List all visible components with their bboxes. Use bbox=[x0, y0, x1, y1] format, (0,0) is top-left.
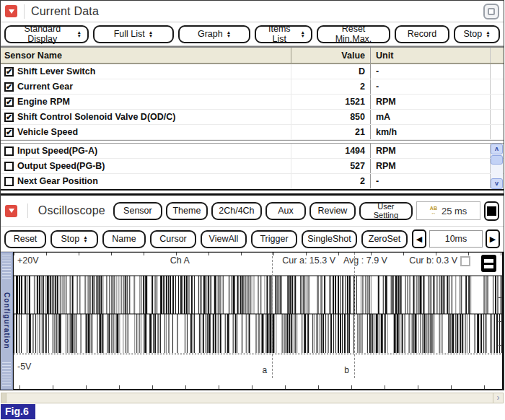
scope-checkbox[interactable] bbox=[460, 256, 470, 266]
singleshot-button[interactable]: SingleShot bbox=[302, 230, 357, 248]
current-data-toolbar: Standard Display▲▼ Full List▲▼ Graph▲▼ I… bbox=[1, 22, 504, 46]
table-row[interactable]: Output Speed(PG-B) 527 RPM bbox=[1, 159, 504, 174]
button-label: ViewAll bbox=[209, 234, 239, 244]
scroll-right-arrow[interactable]: › bbox=[493, 393, 503, 403]
scroll-col bbox=[490, 125, 504, 139]
scroll-down-button[interactable]: ᴠ bbox=[491, 178, 503, 189]
table-row[interactable]: ✔Vehicle Speed 21 km/h bbox=[1, 125, 504, 140]
user-setting-button[interactable]: User Setting bbox=[359, 202, 413, 220]
aux-button[interactable]: Aux bbox=[265, 202, 306, 220]
left-triangle-icon: ◀ bbox=[416, 235, 422, 244]
table-header: Sensor Name Value Unit bbox=[1, 48, 504, 64]
scrollbar-left-cap[interactable] bbox=[1, 393, 6, 403]
header-sensor-name: Sensor Name bbox=[1, 48, 291, 63]
row-checkbox[interactable] bbox=[4, 162, 14, 171]
row-checkbox[interactable]: ✔ bbox=[4, 97, 14, 107]
row-checkbox[interactable]: ✔ bbox=[4, 82, 14, 92]
header-unit: Unit bbox=[370, 48, 490, 63]
button-label: Cursor bbox=[159, 234, 187, 244]
cursor-b-label: b bbox=[344, 365, 349, 375]
restore-window-button[interactable] bbox=[483, 4, 499, 19]
scope-stop-button[interactable]: Stop▲▼ bbox=[50, 230, 98, 248]
cursor-b-readout: Cur b: 0.3 V bbox=[409, 255, 457, 266]
sensor-name-cell: ✔Shift Lever Switch bbox=[1, 64, 291, 79]
row-checkbox[interactable]: ✔ bbox=[4, 113, 14, 122]
row-checkbox[interactable] bbox=[4, 177, 14, 186]
reset-button[interactable]: Reset bbox=[4, 230, 46, 248]
row-checkbox[interactable]: ✔ bbox=[4, 67, 14, 76]
spinner-icon: ▲▼ bbox=[301, 30, 305, 38]
timebase-control: ◀ 10ms ▶ bbox=[412, 229, 500, 248]
cursor-a-line[interactable] bbox=[272, 253, 273, 378]
horizontal-scrollbar[interactable]: › bbox=[1, 393, 504, 403]
button-label: Full List bbox=[114, 29, 145, 39]
sensor-unit: RPM bbox=[370, 159, 490, 173]
review-button[interactable]: Review bbox=[309, 202, 356, 220]
viewall-button[interactable]: ViewAll bbox=[201, 230, 247, 248]
sensor-unit: RPM bbox=[370, 95, 490, 109]
table-vertical-scrollbar[interactable]: ᴧ ᴠ bbox=[491, 144, 503, 189]
panel-dropdown-icon[interactable] bbox=[5, 205, 17, 217]
cursor-button[interactable]: Cursor bbox=[150, 230, 196, 248]
zeroset-button[interactable]: ZeroSet bbox=[361, 230, 408, 248]
panel-dropdown-icon[interactable] bbox=[5, 5, 17, 17]
button-label: Sensor bbox=[123, 206, 152, 216]
sensor-name: Current Gear bbox=[17, 82, 73, 92]
table-row[interactable]: Next Gear Position 2 - bbox=[1, 174, 504, 189]
button-label: Items List bbox=[262, 24, 297, 44]
sensor-unit: RPM bbox=[370, 144, 490, 158]
current-data-titlebar: Current Data bbox=[1, 1, 504, 22]
split-view-icon[interactable] bbox=[481, 255, 496, 272]
row-checkbox[interactable]: ✔ bbox=[4, 128, 14, 137]
button-label: Graph bbox=[198, 29, 223, 39]
down-triangle-icon bbox=[9, 9, 14, 14]
channel-label: Ch A bbox=[170, 255, 190, 266]
trigger-button[interactable]: Trigger bbox=[251, 230, 297, 248]
standard-display-button[interactable]: Standard Display▲▼ bbox=[4, 25, 89, 43]
figure-label: Fig.6 bbox=[1, 404, 35, 419]
sensor-button[interactable]: Sensor bbox=[113, 202, 162, 220]
full-list-button[interactable]: Full List▲▼ bbox=[93, 25, 174, 43]
cursor-b-line[interactable] bbox=[354, 253, 355, 378]
spinner-icon: ▲▼ bbox=[486, 30, 490, 38]
right-ticks bbox=[499, 297, 502, 355]
button-label: Stop bbox=[61, 234, 79, 244]
sensor-unit: - bbox=[370, 174, 490, 188]
sensor-name-cell: ✔Shift Control Solenoid Valve D(OD/C) bbox=[1, 110, 291, 124]
table-row[interactable]: ✔Shift Control Solenoid Valve D(OD/C) 85… bbox=[1, 110, 504, 125]
configuration-label: Configuration bbox=[3, 292, 11, 349]
scroll-thumb[interactable] bbox=[491, 155, 503, 165]
scroll-track[interactable] bbox=[491, 165, 503, 178]
sensor-name: Output Speed(PG-B) bbox=[17, 161, 105, 171]
theme-button[interactable]: Theme bbox=[166, 202, 208, 220]
2ch-4ch-button[interactable]: 2Ch/4Ch bbox=[211, 202, 262, 220]
sensor-value: 1494 bbox=[291, 144, 370, 158]
bottom-ticks bbox=[19, 385, 502, 389]
button-label: Name bbox=[112, 234, 136, 244]
scope-window-button[interactable] bbox=[484, 201, 499, 221]
row-checkbox[interactable] bbox=[4, 146, 14, 156]
spinner-icon: ▲▼ bbox=[227, 30, 231, 38]
scroll-up-button[interactable]: ᴧ bbox=[491, 144, 503, 154]
page: Current Data Standard Display▲▼ Full Lis… bbox=[0, 0, 505, 420]
table-row[interactable]: ✔Current Gear 2 - bbox=[1, 79, 504, 95]
sensor-unit: mA bbox=[370, 110, 490, 124]
record-button[interactable]: Record bbox=[395, 25, 449, 43]
timebase-decrease-button[interactable]: ◀ bbox=[412, 229, 426, 248]
avg-readout: Avg : 7.9 V bbox=[343, 255, 387, 266]
timebase-increase-button[interactable]: ▶ bbox=[486, 229, 500, 248]
button-label: Aux bbox=[278, 206, 294, 216]
configuration-tab[interactable]: Configuration bbox=[1, 252, 13, 390]
table-row[interactable]: Input Speed(PG-A) 1494 RPM bbox=[1, 144, 504, 159]
table-row[interactable]: ✔Engine RPM 1521 RPM bbox=[1, 95, 504, 110]
reset-min-max-button[interactable]: Reset Min.Max. bbox=[317, 25, 390, 43]
name-button[interactable]: Name bbox=[102, 230, 146, 248]
sensor-value: 527 bbox=[291, 159, 370, 173]
scope-plot: +20V Ch A Cur a: 15.3 V Avg : 7.9 V Cur … bbox=[13, 252, 504, 390]
items-list-button[interactable]: Items List▲▼ bbox=[255, 25, 312, 43]
graph-button[interactable]: Graph▲▼ bbox=[178, 25, 250, 43]
divider bbox=[27, 204, 28, 218]
table-row[interactable]: ✔Shift Lever Switch D - bbox=[1, 64, 504, 79]
stop-button[interactable]: Stop▲▼ bbox=[454, 25, 500, 43]
sensor-value: 1521 bbox=[291, 95, 370, 109]
